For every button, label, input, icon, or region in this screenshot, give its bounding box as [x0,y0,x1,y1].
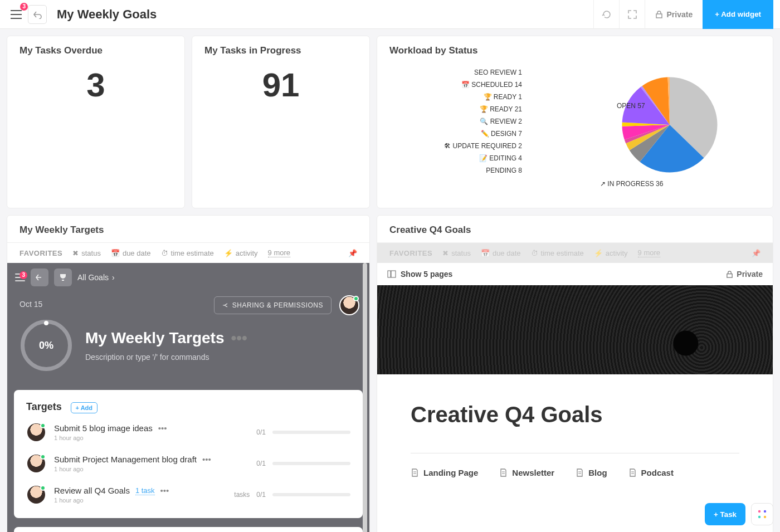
creative-filters-row: FAVORITES ✖status 📅due date ⏱time estima… [377,242,773,263]
more-icon[interactable]: ••• [202,455,211,464]
pie-chart [617,72,723,178]
target-title: Submit Project Management blog draft [54,455,197,464]
legend-item[interactable]: 🏆 READY 21 [438,105,522,113]
inner-sidebar-toggle[interactable]: 3 [15,274,25,281]
legend-item[interactable]: 🔍 REVIEW 2 [438,118,522,125]
svg-point-3 [764,510,766,513]
target-item[interactable]: Submit Project Management blog draft •••… [26,445,350,476]
filter-more[interactable]: 9 more [268,248,290,257]
divider [411,453,739,453]
target-ago: 1 hour ago [54,435,248,441]
svg-rect-1 [391,271,396,277]
legend-item[interactable]: 🛠 UPDATE REQUIRED 2 [438,142,522,150]
filter-activity[interactable]: ⚡activity [224,249,258,257]
svg-rect-0 [388,271,391,277]
targets-heading: Targets [26,401,62,413]
notification-badge: 3 [20,3,28,11]
target-item[interactable]: Submit 5 blog image ideas ••• 1 hour ago… [26,413,350,445]
doc-link[interactable]: Blog [576,468,607,477]
legend-item[interactable]: 📅 SCHEDULED 14 [438,81,522,89]
privacy-label: Private [666,10,693,19]
cover-image[interactable] [377,285,773,374]
doc-link[interactable]: Podcast [628,468,674,477]
apps-icon [757,509,767,519]
creative-goals-widget: Creative Q4 Goals FAVORITES ✖status 📅due… [377,215,773,532]
target-title: Submit 5 blog image ideas [54,423,153,433]
new-task-fab[interactable]: + Task [705,503,745,525]
filter-due-date[interactable]: 📅due date [481,249,521,257]
lock-icon [655,11,663,18]
target-ratio: 0/1 [256,491,266,499]
doc-icon [576,468,584,477]
assignee-avatar[interactable] [26,422,46,442]
add-widget-button[interactable]: + Add widget [703,0,773,29]
filter-more[interactable]: 9 more [638,248,660,257]
filter-status[interactable]: ✖status [442,249,471,257]
refresh-button[interactable] [593,0,619,29]
owner-avatar[interactable] [339,295,359,315]
target-title: Review all Q4 Goals [54,486,130,495]
doc-title[interactable]: Creative Q4 Goals [411,402,739,427]
timeline-card: Timeline Review all Q4 Goals Today, by G… [14,527,363,532]
filter-favorites[interactable]: FAVORITES [389,249,432,257]
targets-inner: 3 All Goals › Oct 15 SHARING & PERMISSIO… [7,263,369,532]
inner-back-button[interactable] [31,269,48,286]
more-icon[interactable]: ••• [160,486,169,495]
share-icon [222,302,229,309]
assignee-avatar[interactable] [26,453,46,474]
lock-icon [726,271,733,278]
inprogress-value: 91 [192,63,369,119]
trophy-button[interactable] [54,269,72,286]
assignee-avatar[interactable] [26,485,46,505]
filter-time-estimate[interactable]: ⏱time estimate [531,249,584,257]
goal-title[interactable]: My Weekly Targets••• [85,329,247,347]
filters-row: FAVORITES ✖status 📅due date ⏱time estima… [7,242,369,263]
target-item[interactable]: Review all Q4 Goals 1 task ••• 1 hour ag… [26,476,350,507]
chevron-right-icon: › [112,273,115,282]
privacy-toggle[interactable]: Private [645,0,703,29]
goal-date: Oct 15 [20,300,42,309]
more-icon[interactable]: ••• [158,423,167,433]
filter-favorites[interactable]: FAVORITES [20,249,62,257]
doc-link[interactable]: Landing Page [411,468,478,477]
breadcrumb[interactable]: All Goals › [77,273,115,282]
progress-ring: 0% [21,320,72,371]
svg-point-5 [764,516,766,518]
legend-item[interactable]: ✏️ DESIGN 7 [438,130,522,138]
overdue-card[interactable]: My Tasks Overdue 3 [7,36,185,208]
apps-fab[interactable] [751,503,773,525]
doc-links: Landing PageNewsletterBlogPodcast [411,468,739,477]
legend-item[interactable]: SEO REVIEW 1 [438,69,522,76]
legend-item[interactable]: ↗ IN PROGRESS 36 [600,180,663,188]
doc-privacy[interactable]: Private [726,270,763,279]
workload-chart[interactable]: SEO REVIEW 1📅 SCHEDULED 14🏆 READY 1🏆 REA… [377,63,773,208]
add-target-button[interactable]: + Add [71,402,98,413]
doc-icon [628,468,637,477]
legend-item[interactable]: OPEN 57 [617,102,645,110]
doc-link[interactable]: Newsletter [499,468,554,477]
targets-list: Targets + Add Submit 5 blog image ideas … [14,390,363,518]
fullscreen-button[interactable] [619,0,645,29]
top-header: 3 My Weekly Goals Private + Add widget [0,0,780,29]
filter-status[interactable]: ✖status [72,249,101,257]
goal-description[interactable]: Description or type '/' for commands [85,353,247,362]
legend-item[interactable]: 🏆 READY 1 [438,93,522,101]
pin-icon[interactable]: 📌 [752,249,760,257]
meter-label: tasks [234,491,250,499]
svg-point-4 [758,516,760,518]
goal-more-icon[interactable]: ••• [231,329,247,347]
filter-time-estimate[interactable]: ⏱time estimate [161,249,214,257]
pages-icon [387,270,396,279]
task-link[interactable]: 1 task [135,486,155,495]
sharing-permissions-button[interactable]: SHARING & PERMISSIONS [214,296,332,314]
target-ratio: 0/1 [256,460,266,467]
sidebar-toggle[interactable]: 3 [7,5,26,24]
filter-activity[interactable]: ⚡activity [594,249,628,257]
filter-due-date[interactable]: 📅due date [111,249,151,257]
inprogress-card[interactable]: My Tasks in Progress 91 [192,36,370,208]
back-button[interactable] [28,5,47,24]
legend-item[interactable]: 📝 EDITING 4 [438,154,522,162]
show-pages-toggle[interactable]: Show 5 pages [387,270,452,279]
legend-item[interactable]: PENDING 8 [438,167,522,174]
pin-icon[interactable]: 📌 [348,249,357,257]
